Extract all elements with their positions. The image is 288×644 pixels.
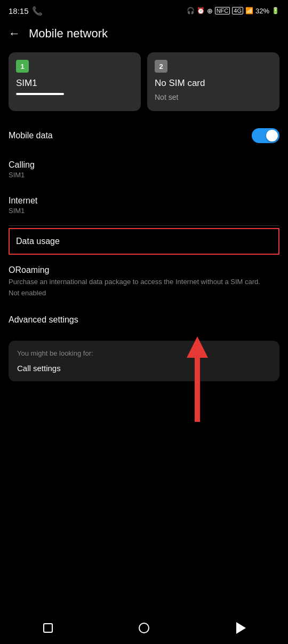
sim2-subtitle: Not set bbox=[155, 93, 272, 101]
advanced-settings-item[interactable]: Advanced settings bbox=[9, 305, 279, 334]
page-title: Mobile network bbox=[29, 27, 108, 41]
battery-text: 32% bbox=[255, 7, 269, 15]
sim2-badge: 2 bbox=[155, 60, 167, 73]
sim1-badge: 1 bbox=[16, 60, 29, 73]
arrow-head bbox=[187, 336, 208, 358]
phone-icon: 📞 bbox=[32, 6, 43, 16]
status-bar: 18:15 📞 🎧 ⏰ ⊕ NFC 4G 📶 32% 🔋 bbox=[0, 0, 288, 19]
call-settings-item[interactable]: Call settings bbox=[17, 364, 271, 373]
oroaming-title: ORoaming bbox=[9, 265, 279, 275]
nav-circle-icon bbox=[139, 623, 149, 633]
internet-text: Internet SIM1 bbox=[9, 196, 37, 215]
signal-bars-icon: 📶 bbox=[245, 7, 253, 14]
nav-home-button[interactable] bbox=[133, 617, 155, 639]
oroaming-description: Purchase an international data package t… bbox=[9, 277, 279, 287]
sim1-name: SIM1 bbox=[16, 78, 133, 89]
data-usage-item[interactable]: Data usage bbox=[9, 228, 279, 255]
sim2-card[interactable]: 2 No SIM card Not set bbox=[147, 52, 279, 111]
mobile-data-toggle[interactable] bbox=[252, 128, 279, 143]
back-button[interactable]: ← bbox=[9, 27, 20, 41]
internet-item[interactable]: Internet SIM1 bbox=[9, 187, 279, 223]
mobile-data-text: Mobile data bbox=[9, 131, 53, 140]
nav-back-button[interactable] bbox=[229, 617, 251, 639]
nav-triangle-icon bbox=[236, 622, 246, 634]
oroaming-status: Not enabled bbox=[9, 289, 279, 297]
status-icons: 🎧 ⏰ ⊕ NFC 4G 📶 32% 🔋 bbox=[187, 7, 279, 15]
suggestion-title: You might be looking for: bbox=[17, 349, 271, 357]
status-time: 18:15 bbox=[9, 6, 29, 15]
alarm-icon: ⏰ bbox=[197, 7, 205, 14]
arrow-shaft bbox=[195, 358, 200, 422]
sim-cards-container: 1 SIM1 2 No SIM card Not set bbox=[0, 48, 288, 120]
nav-bar bbox=[0, 614, 288, 644]
calling-item[interactable]: Calling SIM1 bbox=[9, 152, 279, 187]
nfc-icon: NFC bbox=[215, 7, 230, 14]
calling-label: Calling bbox=[9, 160, 35, 170]
battery-icon: 🔋 bbox=[271, 7, 279, 14]
calling-text: Calling SIM1 bbox=[9, 160, 35, 179]
internet-sublabel: SIM1 bbox=[9, 207, 37, 215]
oroaming-item[interactable]: ORoaming Purchase an international data … bbox=[9, 257, 279, 305]
nav-square-icon bbox=[43, 623, 53, 633]
bluetooth-icon: ⊕ bbox=[207, 7, 213, 15]
page-header: ← Mobile network bbox=[0, 19, 288, 48]
suggestion-box: You might be looking for: Call settings bbox=[9, 341, 279, 381]
settings-section: Mobile data Calling SIM1 Internet SIM1 D… bbox=[0, 120, 288, 334]
signal-icon: 4G bbox=[232, 7, 243, 14]
mobile-data-label: Mobile data bbox=[9, 131, 53, 140]
sim2-name: No SIM card bbox=[155, 78, 272, 89]
mobile-data-item[interactable]: Mobile data bbox=[9, 120, 279, 152]
arrow-indicator bbox=[187, 336, 208, 422]
sim1-bar bbox=[16, 93, 64, 95]
headphone-icon: 🎧 bbox=[187, 7, 195, 14]
calling-sublabel: SIM1 bbox=[9, 171, 35, 179]
advanced-settings-label: Advanced settings bbox=[9, 315, 279, 325]
internet-label: Internet bbox=[9, 196, 37, 206]
divider-1 bbox=[9, 225, 279, 226]
nav-square-button[interactable] bbox=[37, 617, 59, 639]
sim1-card[interactable]: 1 SIM1 bbox=[9, 52, 141, 111]
data-usage-label: Data usage bbox=[16, 237, 272, 246]
